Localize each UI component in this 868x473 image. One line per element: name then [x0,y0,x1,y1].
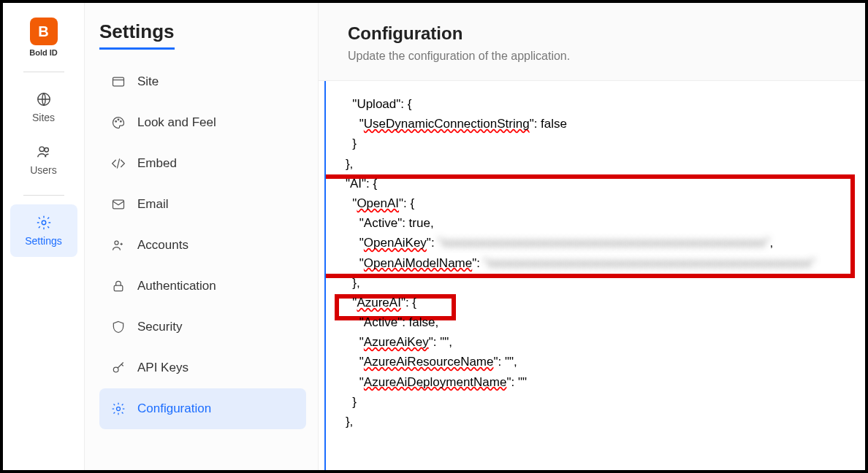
gear-icon [111,401,126,416]
rail-item-sites[interactable]: Sites [10,81,77,134]
svg-point-5 [115,121,117,123]
accounts-icon [111,238,126,253]
rail-item-settings[interactable]: Settings [10,204,77,257]
code-line[interactable]: "AzureAiDeploymentName": "" [332,372,859,392]
code-line[interactable]: "Upload": { [332,94,859,114]
code-line[interactable]: "Active": true, [332,213,859,233]
shield-icon [111,320,126,334]
code-line[interactable]: } [332,134,859,153]
main-header: Configuration Update the configuration o… [319,3,865,81]
rail-divider [23,195,64,196]
page-title: Configuration [348,23,839,44]
brand-label: Bold ID [29,48,58,57]
svg-point-3 [42,220,46,225]
sidebar-item-security[interactable]: Security [99,307,306,347]
code-line[interactable]: "OpenAI": { [332,193,859,213]
sidebar-item-site[interactable]: Site [99,61,306,102]
site-icon [111,74,126,89]
sidebar-label: Authentication [137,279,216,293]
sidebar-item-embed[interactable]: Embed [99,143,306,184]
sidebar-label: Security [137,320,182,334]
code-line[interactable]: } [332,392,859,412]
svg-point-1 [39,147,44,151]
code-line[interactable]: "OpenAiModelName": "xxxxxxxxxxxxxxxxxxxx… [332,253,859,273]
settings-sidebar: Settings Site Look and Feel Embed Email [85,3,319,470]
palette-icon [111,115,126,130]
rail-label-sites: Sites [32,112,55,123]
users-icon [36,144,52,160]
svg-point-7 [121,121,122,123]
svg-point-2 [44,148,47,153]
svg-point-11 [113,367,118,372]
sidebar-item-configuration[interactable]: Configuration [99,388,306,429]
sidebar-label: Embed [137,156,177,171]
sidebar-label: Look and Feel [137,115,216,130]
rail-divider [23,72,64,72]
rail-label-users: Users [30,164,57,176]
gear-icon [36,215,52,231]
page-subtitle: Update the configuration of the applicat… [348,50,839,63]
code-line[interactable]: "AzureAiKey": "", [332,332,859,352]
sidebar-item-look-and-feel[interactable]: Look and Feel [99,102,306,143]
code-icon [111,156,126,171]
sidebar-item-email[interactable]: Email [99,184,306,225]
sidebar-label: Accounts [137,238,189,253]
sidebar-label: API Keys [137,361,189,375]
sidebar-item-accounts[interactable]: Accounts [99,225,306,266]
code-line[interactable]: "UseDynamicConnectionString": false [332,114,859,134]
sidebar-item-authentication[interactable]: Authentication [99,266,306,307]
svg-rect-10 [114,285,123,291]
code-line[interactable]: }, [332,412,859,431]
rail-item-users[interactable]: Users [10,134,77,186]
lock-icon [111,279,126,293]
mail-icon [111,197,126,212]
key-icon [111,361,126,375]
code-line[interactable]: }, [332,273,859,293]
code-line[interactable]: "OpenAiKey": "xxxxxxxxxxxxxxxxxxxxxxxxxx… [332,233,859,253]
code-line[interactable]: "AzureAiResourceName": "", [332,352,859,372]
svg-point-9 [115,241,118,245]
code-line[interactable]: "AzureAI": { [332,293,859,312]
svg-rect-4 [113,77,124,86]
code-line[interactable]: "AI": { [332,174,859,193]
left-rail: B Bold ID Sites Users Settings [3,3,85,470]
code-line[interactable]: "Active": false, [332,312,859,332]
sidebar-label: Configuration [137,401,211,416]
sidebar-label: Site [137,74,159,89]
rail-label-settings: Settings [25,235,62,247]
globe-icon [36,91,52,107]
svg-point-6 [118,119,119,120]
code-line[interactable]: }, [332,154,859,174]
config-editor[interactable]: "Upload": { "UseDynamicConnectionString"… [324,81,865,470]
svg-rect-8 [113,200,124,209]
brand-logo-letter: B [38,23,48,40]
sidebar-item-api-keys[interactable]: API Keys [99,347,306,388]
main-content: Configuration Update the configuration o… [319,3,865,470]
settings-title: Settings [99,20,175,50]
sidebar-label: Email [137,197,169,212]
brand-logo: B [30,18,58,45]
svg-point-12 [117,407,121,411]
